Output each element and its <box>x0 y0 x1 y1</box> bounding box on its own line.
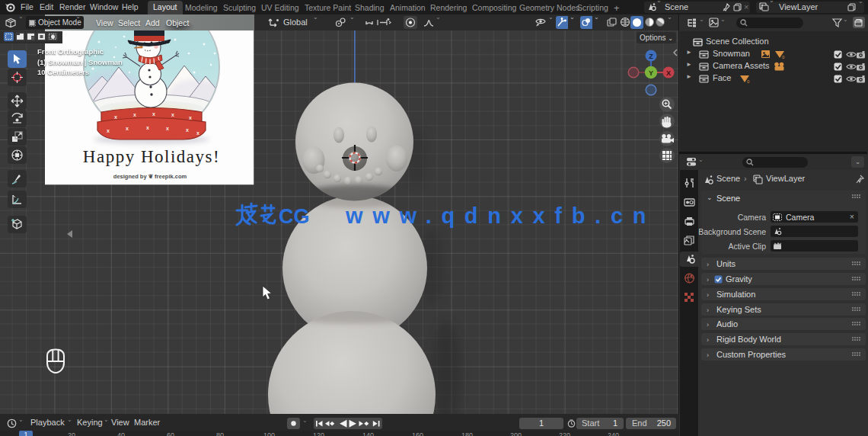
svg-text:x: x <box>189 115 192 120</box>
svg-text:x: x <box>107 128 110 133</box>
svg-text:x: x <box>186 127 189 133</box>
svg-text:designed by ❦ freepik.com: designed by ❦ freepik.com <box>113 173 187 180</box>
svg-text:x: x <box>152 111 155 117</box>
svg-text:CG: CG <box>279 205 310 228</box>
svg-text:X: X <box>666 69 671 77</box>
svg-text:x: x <box>166 126 169 131</box>
svg-text:0: 0 <box>782 55 785 59</box>
svg-text:0: 0 <box>747 79 750 84</box>
svg-text:x: x <box>133 112 136 117</box>
svg-text:x: x <box>114 114 117 120</box>
svg-text:x: x <box>196 130 199 136</box>
svg-text:Happy Holidays!: Happy Holidays! <box>83 147 220 166</box>
svg-text:www.qdnxxfb.cn: www.qdnxxfb.cn <box>345 204 656 228</box>
svg-text:x: x <box>171 112 174 117</box>
svg-text:Z: Z <box>649 53 653 60</box>
svg-text:x: x <box>126 126 129 131</box>
svg-text:x: x <box>146 125 149 130</box>
svg-text:Y: Y <box>649 69 653 77</box>
